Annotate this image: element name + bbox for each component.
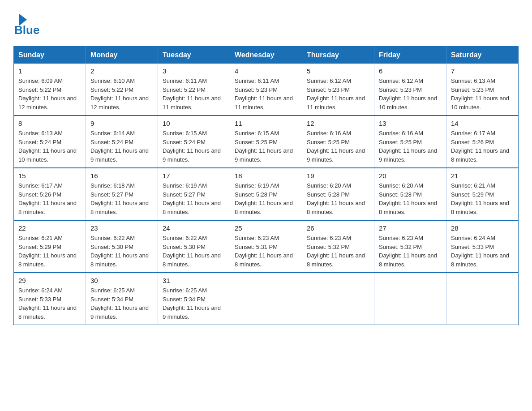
day-info: Sunrise: 6:15 AM Sunset: 5:25 PM Dayligh… [235,129,297,164]
calendar-cell: 24 Sunrise: 6:22 AM Sunset: 5:30 PM Dayl… [158,220,230,273]
calendar-cell: 12 Sunrise: 6:16 AM Sunset: 5:25 PM Dayl… [302,116,374,168]
day-number: 2 [90,67,153,75]
day-number: 19 [307,172,369,180]
calendar-cell [230,273,302,325]
day-info: Sunrise: 6:24 AM Sunset: 5:33 PM Dayligh… [451,234,514,269]
day-number: 15 [18,172,81,180]
calendar-table: SundayMondayTuesdayWednesdayThursdayFrid… [13,46,519,325]
day-number: 3 [163,67,225,75]
day-info: Sunrise: 6:13 AM Sunset: 5:24 PM Dayligh… [18,129,81,164]
calendar-cell: 9 Sunrise: 6:14 AM Sunset: 5:24 PM Dayli… [86,116,158,168]
calendar-cell: 14 Sunrise: 6:17 AM Sunset: 5:26 PM Dayl… [446,116,519,168]
calendar-cell: 20 Sunrise: 6:20 AM Sunset: 5:28 PM Dayl… [374,168,446,220]
calendar-cell: 22 Sunrise: 6:21 AM Sunset: 5:29 PM Dayl… [14,220,86,273]
day-info: Sunrise: 6:11 AM Sunset: 5:22 PM Dayligh… [163,77,225,111]
calendar-cell: 11 Sunrise: 6:15 AM Sunset: 5:25 PM Dayl… [230,116,302,168]
day-info: Sunrise: 6:12 AM Sunset: 5:23 PM Dayligh… [379,77,442,111]
day-info: Sunrise: 6:17 AM Sunset: 5:26 PM Dayligh… [451,129,514,164]
day-number: 5 [307,67,369,75]
page-header: Blue [13,13,519,37]
day-number: 25 [235,224,297,232]
day-number: 13 [379,120,442,127]
day-info: Sunrise: 6:21 AM Sunset: 5:29 PM Dayligh… [451,181,514,216]
day-number: 11 [235,120,297,127]
calendar-cell: 10 Sunrise: 6:15 AM Sunset: 5:24 PM Dayl… [158,116,230,168]
day-number: 14 [451,120,514,127]
day-info: Sunrise: 6:23 AM Sunset: 5:31 PM Dayligh… [235,234,297,269]
logo: Blue [13,13,39,37]
day-info: Sunrise: 6:19 AM Sunset: 5:28 PM Dayligh… [235,181,297,216]
day-header-saturday: Saturday [446,47,519,64]
day-header-wednesday: Wednesday [230,47,302,64]
calendar-cell: 28 Sunrise: 6:24 AM Sunset: 5:33 PM Dayl… [446,220,519,273]
day-info: Sunrise: 6:23 AM Sunset: 5:32 PM Dayligh… [379,234,442,269]
day-info: Sunrise: 6:09 AM Sunset: 5:22 PM Dayligh… [18,77,81,111]
calendar-header-row: SundayMondayTuesdayWednesdayThursdayFrid… [14,47,519,64]
day-number: 30 [90,277,153,284]
calendar-cell: 27 Sunrise: 6:23 AM Sunset: 5:32 PM Dayl… [374,220,446,273]
day-number: 10 [163,120,225,127]
day-info: Sunrise: 6:19 AM Sunset: 5:27 PM Dayligh… [163,181,225,216]
day-info: Sunrise: 6:21 AM Sunset: 5:29 PM Dayligh… [18,234,81,269]
day-number: 26 [307,224,369,232]
day-info: Sunrise: 6:23 AM Sunset: 5:32 PM Dayligh… [307,234,369,269]
day-info: Sunrise: 6:15 AM Sunset: 5:24 PM Dayligh… [163,129,225,164]
day-info: Sunrise: 6:25 AM Sunset: 5:34 PM Dayligh… [90,286,153,321]
logo-subtitle: Blue [14,23,39,37]
calendar-cell: 4 Sunrise: 6:11 AM Sunset: 5:23 PM Dayli… [230,64,302,116]
day-number: 22 [18,224,81,232]
day-number: 21 [451,172,514,180]
calendar-cell: 26 Sunrise: 6:23 AM Sunset: 5:32 PM Dayl… [302,220,374,273]
day-number: 4 [235,67,297,75]
calendar-cell [374,273,446,325]
day-info: Sunrise: 6:12 AM Sunset: 5:23 PM Dayligh… [307,77,369,111]
calendar-cell: 21 Sunrise: 6:21 AM Sunset: 5:29 PM Dayl… [446,168,519,220]
day-number: 18 [235,172,297,180]
day-number: 9 [90,120,153,127]
calendar-cell: 23 Sunrise: 6:22 AM Sunset: 5:30 PM Dayl… [86,220,158,273]
day-number: 24 [163,224,225,232]
calendar-cell: 16 Sunrise: 6:18 AM Sunset: 5:27 PM Dayl… [86,168,158,220]
day-info: Sunrise: 6:16 AM Sunset: 5:25 PM Dayligh… [307,129,369,164]
calendar-cell: 31 Sunrise: 6:25 AM Sunset: 5:34 PM Dayl… [158,273,230,325]
calendar-week-row: 22 Sunrise: 6:21 AM Sunset: 5:29 PM Dayl… [14,220,519,273]
day-info: Sunrise: 6:16 AM Sunset: 5:25 PM Dayligh… [379,129,442,164]
calendar-cell: 8 Sunrise: 6:13 AM Sunset: 5:24 PM Dayli… [14,116,86,168]
calendar-week-row: 8 Sunrise: 6:13 AM Sunset: 5:24 PM Dayli… [14,116,519,168]
calendar-cell: 3 Sunrise: 6:11 AM Sunset: 5:22 PM Dayli… [158,64,230,116]
calendar-cell: 18 Sunrise: 6:19 AM Sunset: 5:28 PM Dayl… [230,168,302,220]
calendar-cell: 6 Sunrise: 6:12 AM Sunset: 5:23 PM Dayli… [374,64,446,116]
day-header-thursday: Thursday [302,47,374,64]
calendar-cell: 29 Sunrise: 6:24 AM Sunset: 5:33 PM Dayl… [14,273,86,325]
day-number: 16 [90,172,153,180]
calendar-cell: 30 Sunrise: 6:25 AM Sunset: 5:34 PM Dayl… [86,273,158,325]
day-number: 29 [18,277,81,284]
day-number: 31 [163,277,225,284]
day-header-monday: Monday [86,47,158,64]
day-info: Sunrise: 6:18 AM Sunset: 5:27 PM Dayligh… [90,181,153,216]
day-number: 6 [379,67,442,75]
day-number: 1 [18,67,81,75]
day-number: 7 [451,67,514,75]
calendar-cell: 5 Sunrise: 6:12 AM Sunset: 5:23 PM Dayli… [302,64,374,116]
calendar-cell: 19 Sunrise: 6:20 AM Sunset: 5:28 PM Dayl… [302,168,374,220]
calendar-cell: 25 Sunrise: 6:23 AM Sunset: 5:31 PM Dayl… [230,220,302,273]
day-info: Sunrise: 6:10 AM Sunset: 5:22 PM Dayligh… [90,77,153,111]
day-number: 23 [90,224,153,232]
calendar-cell: 13 Sunrise: 6:16 AM Sunset: 5:25 PM Dayl… [374,116,446,168]
calendar-cell: 7 Sunrise: 6:13 AM Sunset: 5:23 PM Dayli… [446,64,519,116]
calendar-cell: 2 Sunrise: 6:10 AM Sunset: 5:22 PM Dayli… [86,64,158,116]
calendar-week-row: 15 Sunrise: 6:17 AM Sunset: 5:26 PM Dayl… [14,168,519,220]
day-info: Sunrise: 6:20 AM Sunset: 5:28 PM Dayligh… [379,181,442,216]
day-info: Sunrise: 6:17 AM Sunset: 5:26 PM Dayligh… [18,181,81,216]
day-header-friday: Friday [374,47,446,64]
day-header-sunday: Sunday [14,47,86,64]
day-number: 28 [451,224,514,232]
day-number: 17 [163,172,225,180]
day-info: Sunrise: 6:13 AM Sunset: 5:23 PM Dayligh… [451,77,514,111]
day-info: Sunrise: 6:11 AM Sunset: 5:23 PM Dayligh… [235,77,297,111]
calendar-cell: 15 Sunrise: 6:17 AM Sunset: 5:26 PM Dayl… [14,168,86,220]
day-info: Sunrise: 6:14 AM Sunset: 5:24 PM Dayligh… [90,129,153,164]
day-info: Sunrise: 6:22 AM Sunset: 5:30 PM Dayligh… [90,234,153,269]
day-number: 8 [18,120,81,127]
